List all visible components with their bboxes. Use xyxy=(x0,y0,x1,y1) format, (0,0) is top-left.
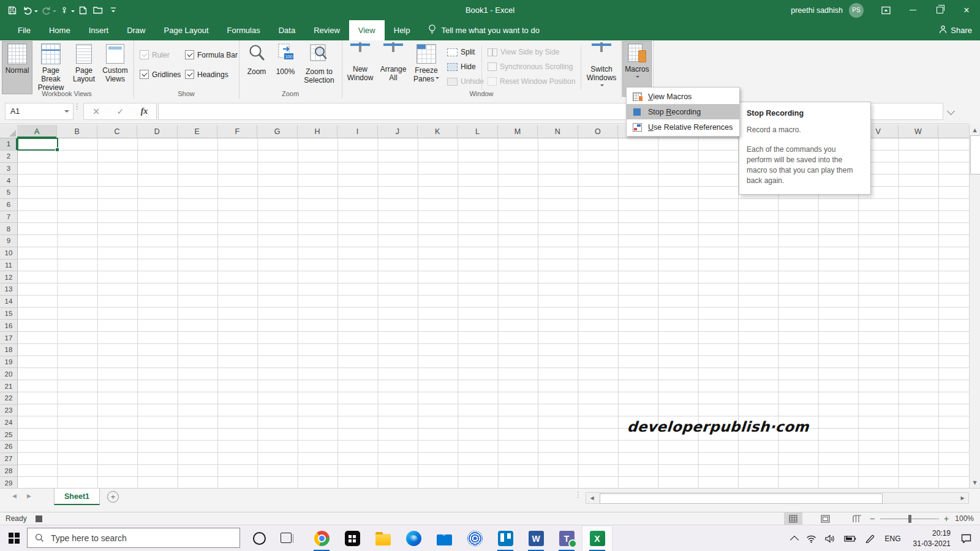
touch-mode-icon[interactable] xyxy=(57,2,72,18)
row-header-17[interactable]: 17 xyxy=(0,332,17,344)
tray-chevron-icon[interactable] xyxy=(791,534,797,543)
column-header-D[interactable]: D xyxy=(137,125,177,138)
tell-me-box[interactable]: Tell me what you want to do xyxy=(428,20,540,40)
column-header-M[interactable]: M xyxy=(498,125,538,138)
row-header-19[interactable]: 19 xyxy=(0,356,17,369)
open-folder-icon[interactable] xyxy=(91,2,105,18)
column-header-W[interactable]: W xyxy=(899,125,938,138)
customize-qat-icon[interactable] xyxy=(106,2,121,18)
page-layout-view-shortcut[interactable] xyxy=(816,512,834,525)
row-header-1[interactable]: 1 xyxy=(0,138,17,151)
expand-formula-bar-icon[interactable] xyxy=(947,107,955,115)
row-header-22[interactable]: 22 xyxy=(0,392,17,405)
row-header-12[interactable]: 12 xyxy=(0,271,17,283)
taskbar-app-chrome[interactable] xyxy=(306,525,337,551)
zoom-out-icon[interactable]: − xyxy=(870,514,875,523)
zoom-slider-thumb[interactable] xyxy=(908,515,911,523)
row-header-26[interactable]: 26 xyxy=(0,441,17,453)
sheet-nav-left-icon[interactable]: ◀ xyxy=(12,493,17,499)
wifi-icon[interactable] xyxy=(806,534,816,543)
cancel-icon[interactable]: × xyxy=(92,106,100,117)
scroll-right-icon[interactable]: ▶ xyxy=(957,493,968,503)
row-header-16[interactable]: 16 xyxy=(0,320,17,332)
row-header-6[interactable]: 6 xyxy=(0,199,17,211)
horizontal-scrollbar[interactable]: ◀ ▶ xyxy=(586,492,969,504)
scroll-left-icon[interactable]: ◀ xyxy=(587,493,597,503)
name-box-caret[interactable] xyxy=(64,110,69,115)
vertical-scroll-thumb[interactable] xyxy=(970,135,980,174)
share-button[interactable]: Share xyxy=(939,20,972,40)
tab-insert[interactable]: Insert xyxy=(80,20,118,40)
taskbar-app-excel[interactable]: X xyxy=(582,525,612,551)
page-break-view-shortcut[interactable] xyxy=(848,512,866,525)
row-header-28[interactable]: 28 xyxy=(0,465,17,478)
row-header-9[interactable]: 9 xyxy=(0,235,17,247)
stop-recording-indicator-icon[interactable] xyxy=(36,515,42,522)
action-center-icon[interactable] xyxy=(961,534,971,543)
taskbar-app-mail[interactable] xyxy=(429,525,459,551)
sheet-tab-sheet1[interactable]: Sheet1 xyxy=(54,489,100,505)
row-header-3[interactable]: 3 xyxy=(0,163,17,175)
row-header-13[interactable]: 13 xyxy=(0,283,17,296)
language-indicator[interactable]: ENG xyxy=(885,534,901,543)
zoom-100-button[interactable]: 100 100% xyxy=(272,42,299,94)
taskbar-search[interactable] xyxy=(27,528,240,548)
column-header-J[interactable]: J xyxy=(378,125,418,138)
horizontal-scroll-thumb[interactable] xyxy=(600,493,883,504)
row-header-24[interactable]: 24 xyxy=(0,416,17,429)
normal-view-shortcut[interactable] xyxy=(784,512,802,525)
tab-file[interactable]: File xyxy=(9,20,40,40)
undo-dropdown-caret[interactable] xyxy=(34,10,38,14)
zoom-to-selection-button[interactable]: Zoom to Selection xyxy=(300,42,338,94)
row-header-15[interactable]: 15 xyxy=(0,308,17,320)
taskbar-app-teams[interactable]: T xyxy=(551,525,582,551)
row-header-21[interactable]: 21 xyxy=(0,380,17,392)
minimize-button[interactable] xyxy=(899,0,926,20)
zoom-in-icon[interactable]: + xyxy=(944,514,949,523)
column-header-I[interactable]: I xyxy=(337,125,377,138)
column-header-O[interactable]: O xyxy=(578,125,618,138)
new-sheet-button[interactable]: + xyxy=(107,491,119,503)
row-header-11[interactable]: 11 xyxy=(0,260,17,272)
touch-mode-caret[interactable] xyxy=(71,10,75,14)
hide-button[interactable]: Hide xyxy=(447,61,476,73)
column-header-C[interactable]: C xyxy=(97,125,137,138)
formula-bar-checkbox[interactable]: Formula Bar xyxy=(185,50,238,59)
column-header-E[interactable]: E xyxy=(178,125,217,138)
page-layout-button[interactable]: Page Layout xyxy=(70,42,98,94)
taskbar-app-edge[interactable] xyxy=(398,525,429,551)
sheet-nav-right-icon[interactable]: ▶ xyxy=(27,493,31,499)
tab-view[interactable]: View xyxy=(349,20,385,40)
column-header-A[interactable]: A xyxy=(17,125,57,138)
battery-icon[interactable] xyxy=(844,535,856,542)
insert-function-icon[interactable]: fx xyxy=(141,107,148,116)
freeze-panes-button[interactable]: Freeze Panes xyxy=(410,42,442,94)
column-header-G[interactable]: G xyxy=(257,125,297,138)
save-icon[interactable] xyxy=(5,2,20,18)
row-header-25[interactable]: 25 xyxy=(0,429,17,441)
pen-icon[interactable] xyxy=(865,534,875,543)
user-name[interactable]: preethi sadhish xyxy=(791,6,843,15)
row-header-2[interactable]: 2 xyxy=(0,151,17,163)
close-button[interactable]: × xyxy=(953,0,980,20)
vertical-scrollbar[interactable]: ▲ ▼ xyxy=(969,124,980,488)
column-header-L[interactable]: L xyxy=(458,125,497,138)
normal-view-button[interactable]: Normal xyxy=(2,42,32,94)
tab-scroll-split-dots[interactable]: ⋮ xyxy=(575,493,582,497)
zoom-level[interactable]: 100% xyxy=(955,514,974,523)
tab-data[interactable]: Data xyxy=(270,20,304,40)
row-header-5[interactable]: 5 xyxy=(0,187,17,199)
row-header-23[interactable]: 23 xyxy=(0,405,17,417)
new-window-button[interactable]: New Window xyxy=(344,42,376,94)
select-all-corner[interactable] xyxy=(0,125,18,138)
zoom-button[interactable]: Zoom xyxy=(243,42,271,94)
row-header-4[interactable]: 4 xyxy=(0,174,17,187)
column-header-H[interactable]: H xyxy=(298,125,337,138)
menu-item-use-relative-references[interactable]: Use Relative References xyxy=(627,119,739,135)
column-header-N[interactable]: N xyxy=(538,125,578,138)
volume-icon[interactable] xyxy=(825,534,835,543)
enter-icon[interactable]: ✓ xyxy=(117,107,124,116)
row-header-27[interactable]: 27 xyxy=(0,453,17,465)
task-view-icon[interactable] xyxy=(281,533,292,543)
tab-home[interactable]: Home xyxy=(40,20,80,40)
